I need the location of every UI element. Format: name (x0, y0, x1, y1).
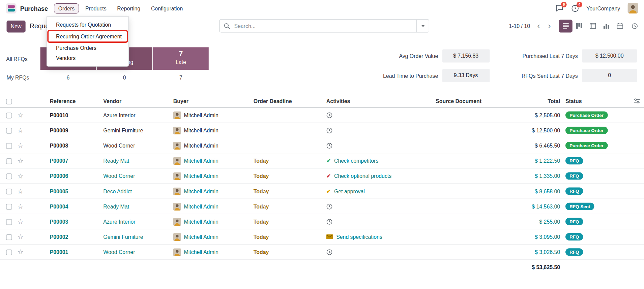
buyer-cell[interactable]: Mitchell Admin (173, 187, 254, 195)
row-checkbox[interactable] (6, 219, 12, 225)
clock-icon[interactable] (326, 203, 332, 210)
star-icon[interactable]: ☆ (17, 111, 24, 119)
reference-cell[interactable]: P00005 (50, 188, 104, 194)
view-activity-icon[interactable] (628, 20, 641, 32)
buyer-cell[interactable]: Mitchell Admin (173, 172, 254, 180)
star-icon[interactable]: ☆ (17, 141, 24, 149)
row-checkbox[interactable] (6, 113, 12, 118)
vendor-cell[interactable]: Ready Mat (103, 203, 173, 210)
my-count-to-send[interactable]: 6 (40, 74, 96, 81)
row-checkbox[interactable] (6, 158, 12, 164)
reference-cell[interactable]: P00001 (50, 249, 104, 255)
view-list-icon[interactable] (559, 20, 572, 32)
search-input[interactable] (233, 23, 416, 30)
row-checkbox[interactable] (6, 143, 12, 149)
buyer-cell[interactable]: Mitchell Admin (173, 233, 254, 240)
buyer-cell[interactable]: Mitchell Admin (173, 248, 254, 256)
reference-cell[interactable]: P00008 (50, 142, 104, 149)
col-header-source-document[interactable]: Source Document (412, 98, 481, 104)
reference-cell[interactable]: P00010 (50, 112, 104, 118)
my-rfqs-label[interactable]: My RFQs (7, 74, 29, 81)
star-icon[interactable]: ☆ (17, 233, 24, 240)
vendor-cell[interactable]: Gemini Furniture (103, 127, 173, 133)
dropdown-item-purchase-orders[interactable]: Purchase Orders (47, 43, 128, 53)
buyer-cell[interactable]: Mitchell Admin (173, 141, 254, 149)
view-calendar-icon[interactable] (613, 20, 627, 32)
row-checkbox[interactable] (6, 234, 12, 240)
purchase-app-icon[interactable] (6, 3, 17, 13)
vendor-cell[interactable]: Deco Addict (103, 188, 173, 194)
view-kanban-icon[interactable] (573, 20, 586, 32)
messages-icon[interactable]: 6 (555, 4, 563, 12)
menu-configuration[interactable]: Configuration (146, 3, 187, 13)
select-all-checkbox[interactable] (6, 99, 12, 104)
pager-previous-button[interactable]: ‹ (533, 20, 544, 32)
row-checkbox[interactable] (6, 189, 12, 194)
vendor-cell[interactable]: Wood Corner (103, 249, 173, 255)
row-checkbox[interactable] (6, 173, 12, 179)
row-checkbox[interactable] (6, 204, 12, 210)
dropdown-item-requests-for-quotation[interactable]: Requests for Quotation (47, 20, 128, 30)
col-header-vendor[interactable]: Vendor (103, 98, 173, 104)
view-pivot-icon[interactable] (586, 20, 599, 32)
clock-icon[interactable] (326, 112, 332, 118)
star-icon[interactable]: ☆ (17, 218, 24, 225)
pager-next-button[interactable]: › (544, 20, 555, 32)
activity-label[interactable]: Get approval (334, 188, 365, 194)
col-header-status[interactable]: Status (560, 98, 630, 104)
star-icon[interactable]: ☆ (17, 157, 24, 165)
my-count-waiting[interactable]: 0 (97, 74, 152, 81)
reference-cell[interactable]: P00009 (50, 127, 104, 133)
buyer-cell[interactable]: Mitchell Admin (173, 126, 254, 134)
dashboard-card-late[interactable]: 7Late (153, 47, 209, 70)
reference-cell[interactable]: P00007 (50, 158, 104, 164)
dropdown-item-recurring-order-agreement[interactable]: Recurring Order Agreement (49, 31, 127, 42)
reference-cell[interactable]: P00002 (50, 234, 104, 240)
col-header-order-deadline[interactable]: Order Deadline (254, 98, 326, 104)
vendor-cell[interactable]: Wood Corner (103, 173, 173, 179)
col-header-reference[interactable]: Reference (50, 98, 104, 104)
vendor-cell[interactable]: Azure Interior (103, 112, 173, 118)
clock-icon[interactable] (326, 219, 332, 225)
menu-reporting[interactable]: Reporting (113, 3, 145, 13)
dropdown-item-vendors[interactable]: Vendors (47, 53, 128, 63)
clock-icon[interactable] (326, 127, 332, 133)
star-icon[interactable]: ☆ (17, 172, 24, 180)
activity-label[interactable]: Send specifications (336, 234, 382, 240)
search-dropdown-toggle[interactable] (416, 20, 429, 32)
clock-icon[interactable] (326, 249, 332, 255)
new-button[interactable]: New (7, 20, 26, 32)
all-rfqs-label[interactable]: All RFQs (6, 56, 27, 62)
view-graph-icon[interactable] (599, 20, 613, 32)
menu-products[interactable]: Products (81, 3, 111, 13)
optional-columns-icon[interactable] (634, 98, 640, 104)
activities-icon[interactable]: 4 (571, 4, 579, 12)
row-checkbox[interactable] (6, 128, 12, 133)
vendor-cell[interactable]: Gemini Furniture (103, 234, 173, 240)
row-checkbox[interactable] (6, 250, 12, 255)
star-icon[interactable]: ☆ (17, 248, 24, 256)
col-header-total[interactable]: Total (481, 98, 560, 104)
star-icon[interactable]: ☆ (17, 126, 24, 134)
col-header-activities[interactable]: Activities (326, 98, 412, 104)
buyer-cell[interactable]: Mitchell Admin (173, 111, 254, 119)
activity-label[interactable]: Check optional products (334, 173, 391, 179)
vendor-cell[interactable]: Azure Interior (103, 219, 173, 225)
vendor-cell[interactable]: Ready Mat (103, 158, 173, 164)
reference-cell[interactable]: P00004 (50, 203, 104, 210)
buyer-cell[interactable]: Mitchell Admin (173, 218, 254, 225)
buyer-cell[interactable]: Mitchell Admin (173, 202, 254, 210)
reference-cell[interactable]: P00003 (50, 219, 104, 225)
reference-cell[interactable]: P00006 (50, 173, 104, 179)
user-avatar[interactable] (627, 3, 638, 14)
clock-icon[interactable] (326, 142, 332, 149)
my-count-late[interactable]: 7 (153, 74, 209, 81)
star-icon[interactable]: ☆ (17, 187, 24, 195)
vendor-cell[interactable]: Wood Corner (103, 142, 173, 149)
menu-orders[interactable]: Orders (54, 3, 79, 13)
col-header-buyer[interactable]: Buyer (173, 98, 254, 104)
buyer-cell[interactable]: Mitchell Admin (173, 157, 254, 165)
company-name[interactable]: YourCompany (586, 5, 620, 11)
star-icon[interactable]: ☆ (17, 202, 24, 210)
activity-label[interactable]: Check competitors (334, 158, 378, 164)
